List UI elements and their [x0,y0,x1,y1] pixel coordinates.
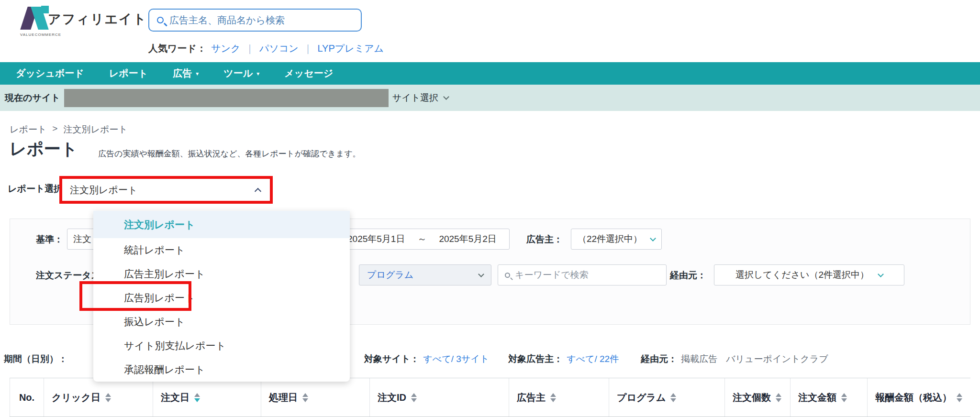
program-select[interactable]: プログラム [359,264,491,285]
chevron-down-icon [878,271,884,277]
advertiser-label: 広告主： [526,233,563,246]
popular-word-link[interactable]: サンク [211,42,240,55]
report-type-dropdown-menu: 注文別レポート 統計レポート 広告主別レポート 広告別レポート 振込レポート サ… [93,211,350,382]
chevron-up-icon [255,187,261,194]
dropdown-option-transfer-report[interactable]: 振込レポート [93,310,350,334]
dropdown-option-order-report[interactable]: 注文別レポート [93,211,350,238]
dropdown-option-approved-reward-report[interactable]: 承認報酬レポート [93,358,350,382]
chevron-down-icon [650,235,656,241]
global-search-input[interactable]: 広告主名、商品名から検索 [148,9,362,32]
via-summary-label: 経由元： [641,353,677,365]
main-nav: ダッシュボード レポート 広告▾ ツール▾ メッセージ [0,62,980,85]
target-advertiser-label: 対象広告主： [508,353,563,365]
breadcrumb: レポート > 注文別レポート [10,123,128,136]
breadcrumb-report[interactable]: レポート [10,123,46,136]
logo-subtext: VALUECOMMERCE [20,33,61,37]
search-placeholder: 広告主名、商品名から検索 [169,14,285,27]
via-select[interactable]: 選択してください（2件選択中） [714,264,904,285]
target-advertiser-value[interactable]: すべて/ 22件 [567,353,619,365]
advertiser-value: （22件選択中） [578,233,642,245]
program-value: プログラム [367,269,413,281]
caret-down-icon: ▾ [256,70,259,77]
nav-item-tool[interactable]: ツール▾ [223,67,259,80]
dropdown-option-stats-report[interactable]: 統計レポート [93,238,350,262]
target-site-value[interactable]: すべて/ 3サイト [423,353,489,365]
col-order-amount[interactable]: 注文金額 [791,378,868,417]
popular-words-label: 人気ワード： [148,42,206,55]
current-site-label: 現在のサイト [5,92,60,104]
current-site-bar: 現在のサイト サイト選択 [0,85,980,111]
basis-label: 基準： [36,233,63,246]
page-title: レポート [10,138,78,160]
sort-icon[interactable] [841,393,847,402]
keyword-placeholder: キーワードで検索 [515,269,589,281]
report-select-dropdown[interactable]: 注文別レポート [59,176,273,204]
col-program[interactable]: プログラム [609,378,725,417]
brand-title: アフィリエイト [48,11,147,28]
col-reward-amount[interactable]: 報酬金額（税込） [868,378,970,417]
sort-icon[interactable] [776,393,781,402]
search-icon [505,273,510,278]
date-to: 2025年5月2日 [439,233,496,245]
site-select-button[interactable]: サイト選択 [392,92,448,104]
col-advertiser[interactable]: 広告主 [509,378,609,417]
sort-icon[interactable] [957,393,962,402]
sort-icon[interactable] [670,393,676,402]
popular-words: 人気ワード： サンク ｜ パソコン ｜ LYPプレミアム [148,42,384,55]
col-click-date[interactable]: クリック日 [44,378,153,417]
nav-item-dashboard[interactable]: ダッシュボード [16,67,84,80]
page-description: 広告の実績や報酬金額、振込状況など、各種レポートが確認できます。 [98,148,361,159]
breadcrumb-order-report: 注文別レポート [63,123,127,136]
redacted-site-name [64,89,389,107]
date-separator: ～ [417,233,426,245]
via-summary: 経由元： 掲載広告 バリューポイントクラブ [641,353,828,365]
via-label: 経由元： [670,269,706,282]
chevron-down-icon [478,271,484,277]
separator: ｜ [245,42,255,55]
target-site: 対象サイト： すべて/ 3サイト [364,353,489,365]
chevron-down-icon [443,94,449,100]
dropdown-option-advertiser-report[interactable]: 広告主別レポート [93,262,350,286]
sort-icon[interactable] [302,393,308,402]
dropdown-option-ad-report[interactable]: 広告別レポート [93,286,350,310]
col-order-date[interactable]: 注文日 [153,378,261,417]
col-order-qty[interactable]: 注文個数 [725,378,791,417]
via-value: 選択してください（2件選択中） [735,269,869,281]
breadcrumb-separator: > [52,123,57,136]
separator: ｜ [303,42,313,55]
popular-word-link[interactable]: LYPプレミアム [317,42,384,55]
via-summary-value-2: バリューポイントクラブ [726,353,828,365]
target-advertiser: 対象広告主： すべて/ 22件 [508,353,619,365]
sort-icon[interactable] [105,393,111,402]
caret-down-icon: ▾ [196,70,199,77]
report-select-value: 注文別レポート [70,184,137,197]
col-order-id[interactable]: 注文ID [370,378,509,417]
search-icon [157,17,164,23]
popular-word-link[interactable]: パソコン [259,42,299,55]
app-header: VALUECOMMERCE アフィリエイト 広告主名、商品名から検索 人気ワード… [0,0,980,62]
dropdown-option-site-payment-report[interactable]: サイト別支払レポート [93,334,350,358]
via-summary-value-1: 掲載広告 [681,353,717,365]
target-site-label: 対象サイト： [364,353,419,365]
period-label: 期間（日別）： [4,353,67,365]
col-process-date[interactable]: 処理日 [261,378,370,417]
sort-desc-icon[interactable] [194,393,200,402]
basis-value: 注文 [73,233,91,245]
nav-item-ad[interactable]: 広告▾ [173,67,199,80]
col-no: No. [10,378,44,417]
keyword-search-input[interactable]: キーワードで検索 [498,264,667,285]
nav-item-message[interactable]: メッセージ [284,67,333,80]
nav-item-report[interactable]: レポート [109,67,148,80]
advertiser-select[interactable]: （22件選択中） [571,229,662,250]
sort-icon[interactable] [411,393,417,402]
date-from: 2025年5月1日 [347,233,405,245]
sort-icon[interactable] [550,393,556,402]
report-table-header: No. クリック日 注文日 処理日 注文ID 広告主 プログラム 注文個数 注文… [10,378,970,417]
